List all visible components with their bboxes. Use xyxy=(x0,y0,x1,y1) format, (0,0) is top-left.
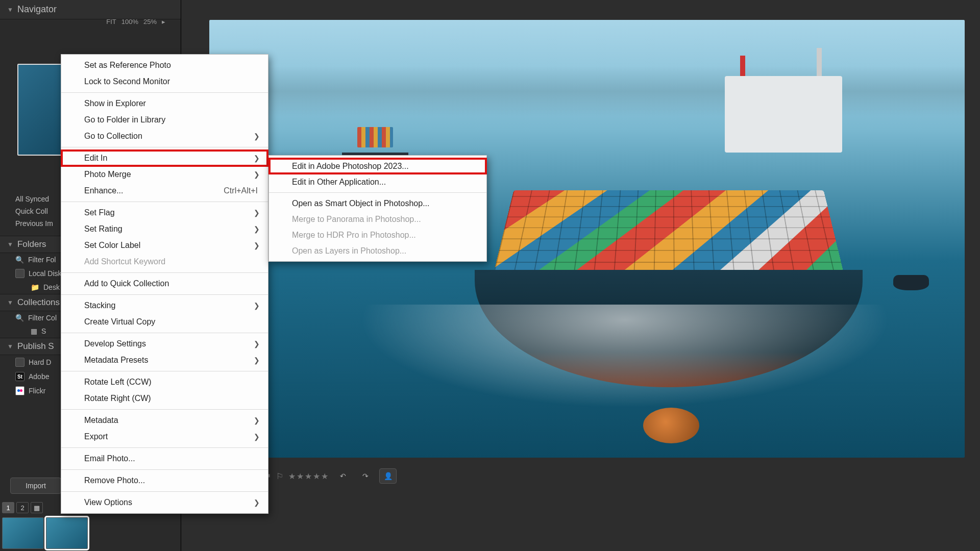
filmstrip-thumb-2[interactable] xyxy=(46,517,88,549)
harddrive-icon xyxy=(15,358,24,367)
menu-separator xyxy=(61,333,268,333)
shortcut-label: Ctrl+Alt+I xyxy=(224,186,258,195)
sub-merge-panorama: Merge to Panorama in Photoshop... xyxy=(269,211,486,227)
ctx-remove-photo[interactable]: Remove Photo... xyxy=(61,472,268,489)
catalog-quick-collection[interactable]: Quick Coll xyxy=(15,205,53,217)
menu-separator xyxy=(61,272,268,273)
ctx-export[interactable]: Export❯ xyxy=(61,429,268,445)
submenu-arrow-icon: ❯ xyxy=(254,302,260,310)
folders-title: Folders xyxy=(17,239,46,249)
menu-separator xyxy=(61,92,268,93)
display-1-button[interactable]: 1 xyxy=(2,502,14,513)
ctx-set-color-label[interactable]: Set Color Label❯ xyxy=(61,237,268,254)
catalog-list: All Synced Quick Coll Previous Im xyxy=(15,193,53,230)
import-label: Import xyxy=(26,482,46,490)
import-button[interactable]: Import xyxy=(10,478,61,494)
search-icon: 🔍 xyxy=(15,314,24,322)
sub-merge-hdr: Merge to HDR Pro in Photoshop... xyxy=(269,227,486,243)
catalog-all-synced[interactable]: All Synced xyxy=(15,193,53,205)
secondary-display-buttons: 1 2 ▦ xyxy=(0,500,45,515)
collection-icon: ▦ xyxy=(31,327,37,335)
sub-edit-photoshop[interactable]: Edit in Adobe Photoshop 2023... xyxy=(269,158,486,174)
adobestock-icon: St xyxy=(15,372,24,381)
zoom-100[interactable]: 100% xyxy=(121,18,138,26)
loupe-toolbar: ▭ ◑ ⚑ ⚐ ★★★★★ ↶ ↷ 👤 xyxy=(209,464,965,488)
publish-title: Publish S xyxy=(17,341,54,352)
sub-open-as-layers: Open as Layers in Photoshop... xyxy=(269,243,486,259)
flag-reject-icon[interactable]: ⚐ xyxy=(276,471,283,481)
ctx-stacking[interactable]: Stacking❯ xyxy=(61,297,268,314)
grid-view-icon[interactable]: ▦ xyxy=(31,502,43,513)
submenu-arrow-icon: ❯ xyxy=(254,132,260,140)
filter-collections-label: Filter Col xyxy=(28,314,57,322)
ctx-edit-in[interactable]: Edit In❯ xyxy=(61,150,268,166)
ctx-rotate-left[interactable]: Rotate Left (CCW) xyxy=(61,374,268,390)
ctx-metadata[interactable]: Metadata❯ xyxy=(61,412,268,429)
search-icon: 🔍 xyxy=(15,256,24,264)
submenu-arrow-icon: ❯ xyxy=(254,433,260,441)
disclosure-triangle-icon[interactable]: ▼ xyxy=(7,241,13,248)
ctx-show-in-explorer[interactable]: Show in Explorer xyxy=(61,95,268,112)
ctx-photo-merge[interactable]: Photo Merge❯ xyxy=(61,166,268,183)
zoom-dropdown-icon[interactable]: ▸ xyxy=(162,18,165,26)
publish-label: Flickr xyxy=(29,387,45,395)
navigator-title: Navigator xyxy=(17,4,57,15)
submenu-arrow-icon: ❯ xyxy=(254,209,260,217)
flickr-icon xyxy=(15,386,24,395)
rating-stars[interactable]: ★★★★★ xyxy=(288,471,329,481)
submenu-arrow-icon: ❯ xyxy=(254,241,260,249)
ctx-rotate-right[interactable]: Rotate Right (CW) xyxy=(61,390,268,407)
ctx-email-photo[interactable]: Email Photo... xyxy=(61,450,268,467)
sub-edit-other-app[interactable]: Edit in Other Application... xyxy=(269,174,486,190)
filter-folders-label: Filter Fol xyxy=(28,256,56,264)
photo-context-menu: Set as Reference Photo Lock to Second Mo… xyxy=(61,54,268,514)
ctx-lock-second-monitor[interactable]: Lock to Second Monitor xyxy=(61,73,268,90)
disclosure-triangle-icon[interactable]: ▼ xyxy=(7,6,13,13)
display-2-button[interactable]: 2 xyxy=(16,502,29,513)
people-view-button[interactable]: 👤 xyxy=(379,468,397,484)
navigator-zoom-controls: FIT 100% 25% ▸ xyxy=(106,18,165,26)
menu-separator xyxy=(61,491,268,492)
ctx-metadata-presets[interactable]: Metadata Presets❯ xyxy=(61,352,268,368)
submenu-arrow-icon: ❯ xyxy=(254,225,260,233)
ctx-set-reference[interactable]: Set as Reference Photo xyxy=(61,57,268,73)
ctx-create-virtual-copy[interactable]: Create Virtual Copy xyxy=(61,314,268,330)
navigator-thumbnail[interactable] xyxy=(17,64,62,156)
photo-tugboat xyxy=(893,275,929,290)
collections-title: Collections xyxy=(17,297,60,308)
folder-label: Desk xyxy=(43,283,60,291)
filmstrip-thumb-1[interactable] xyxy=(2,517,44,549)
submenu-arrow-icon: ❯ xyxy=(254,154,260,162)
sub-open-smart-object[interactable]: Open as Smart Object in Photoshop... xyxy=(269,195,486,211)
submenu-arrow-icon: ❯ xyxy=(254,170,260,179)
ctx-add-quick-collection[interactable]: Add to Quick Collection xyxy=(61,276,268,292)
drive-icon xyxy=(15,269,24,278)
menu-separator xyxy=(61,147,268,147)
ctx-go-to-folder[interactable]: Go to Folder in Library xyxy=(61,112,268,128)
zoom-fit[interactable]: FIT xyxy=(106,18,116,26)
catalog-previous-import[interactable]: Previous Im xyxy=(15,217,53,230)
rotate-right-icon[interactable]: ↷ xyxy=(357,468,374,484)
menu-separator xyxy=(61,294,268,295)
ctx-develop-settings[interactable]: Develop Settings❯ xyxy=(61,336,268,352)
menu-separator xyxy=(61,409,268,410)
submenu-arrow-icon: ❯ xyxy=(254,356,260,364)
disclosure-triangle-icon[interactable]: ▼ xyxy=(7,343,13,350)
ctx-view-options[interactable]: View Options❯ xyxy=(61,494,268,511)
ctx-go-to-collection[interactable]: Go to Collection❯ xyxy=(61,128,268,144)
zoom-25[interactable]: 25% xyxy=(143,18,157,26)
ctx-add-shortcut-keyword: Add Shortcut Keyword xyxy=(61,254,268,270)
filmstrip xyxy=(0,515,90,551)
photo-wake xyxy=(209,305,965,458)
disclosure-triangle-icon[interactable]: ▼ xyxy=(7,299,13,306)
publish-label: Hard D xyxy=(29,358,51,366)
ctx-set-rating[interactable]: Set Rating❯ xyxy=(61,221,268,237)
ctx-set-flag[interactable]: Set Flag❯ xyxy=(61,205,268,221)
submenu-arrow-icon: ❯ xyxy=(254,498,260,507)
navigator-header[interactable]: ▼ Navigator xyxy=(0,0,181,19)
menu-separator xyxy=(269,192,486,193)
ctx-enhance[interactable]: Enhance...Ctrl+Alt+I xyxy=(61,183,268,199)
edit-in-submenu: Edit in Adobe Photoshop 2023... Edit in … xyxy=(268,155,487,262)
rotate-left-icon[interactable]: ↶ xyxy=(334,468,352,484)
collection-label: S xyxy=(41,327,46,335)
